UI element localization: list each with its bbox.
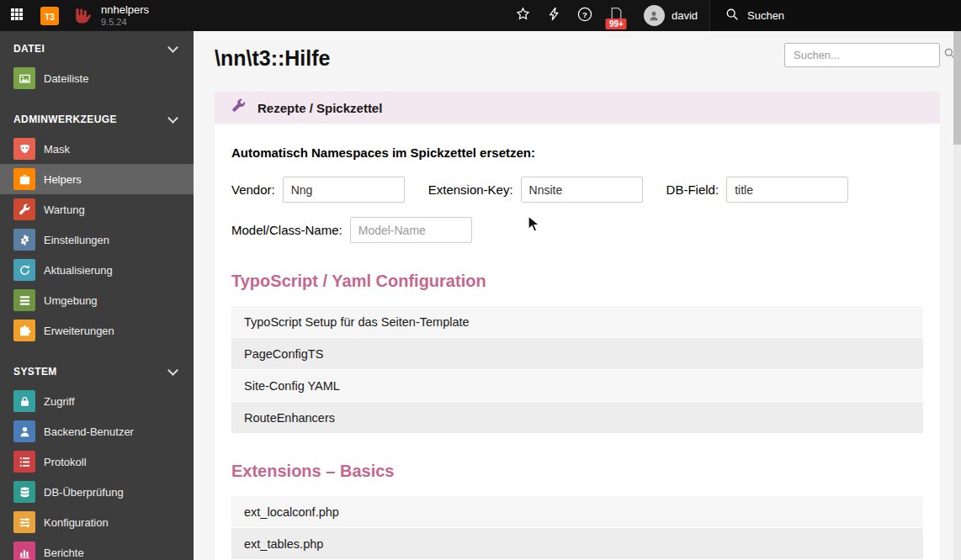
bolt-icon — [548, 7, 560, 24]
sidebar-item-label: Dateiliste — [44, 72, 88, 85]
section-label: ADMINWERKZEUGE — [13, 114, 117, 125]
wrench-icon — [13, 198, 35, 220]
topbar: T3 nnhelpers 9.5.24 ? — [0, 0, 961, 31]
sidebar-item-label: Einstellungen — [44, 234, 109, 246]
mask-icon — [13, 138, 35, 160]
sidebar-item-mask[interactable]: Mask — [0, 134, 194, 164]
extension-key-label: Extension-Key: — [428, 182, 513, 197]
modules-grid-icon — [10, 8, 24, 24]
report-chart-icon — [13, 542, 35, 560]
sidebar-item-label: Wartung — [44, 203, 85, 216]
brand[interactable]: nnhelpers 9.5.24 — [101, 4, 149, 28]
section-label: DATEI — [13, 43, 45, 55]
accordion-item[interactable]: ext_tables.php — [231, 528, 923, 559]
sidebar-item-db-ueberpruefung[interactable]: DB-Überprüfung — [0, 477, 194, 507]
sidebar-item-label: Mask — [44, 143, 70, 156]
sidebar-item-backend-benutzer[interactable]: Backend-Benutzer — [0, 416, 194, 446]
model-class-field-group: Model/Class-Name: — [231, 217, 472, 243]
page-title: \nn\t3::Hilfe — [215, 46, 331, 71]
sidebar-item-label: Backend-Benutzer — [44, 425, 134, 438]
accordion-item[interactable]: Site-Config YAML — [231, 370, 923, 401]
section-heading-extensions-basics: Extensions – Basics — [231, 462, 923, 481]
sidebar-section-header-system[interactable]: SYSTEM — [0, 357, 194, 386]
sidebar-item-einstellungen[interactable]: Einstellungen — [0, 225, 194, 255]
extension-key-field-group: Extension-Key: — [428, 177, 643, 203]
user-icon — [13, 420, 35, 442]
sidebar-item-helpers[interactable]: Helpers — [0, 164, 194, 194]
file-list-icon — [13, 67, 35, 89]
topbar-search[interactable]: Suchen — [709, 0, 961, 31]
module-sidebar: DATEI Dateiliste ADMINWERKZEUGE Mask Hel… — [0, 31, 194, 560]
sidebar-item-label: Helpers — [44, 173, 82, 186]
nnhelpers-logo — [72, 6, 93, 26]
toolbox-icon — [13, 168, 35, 190]
module-menu-button[interactable] — [0, 0, 34, 31]
documents-count-badge: 99+ — [606, 18, 627, 29]
recipes-panel-header[interactable]: Rezepte / Spickzettel — [215, 92, 940, 124]
vendor-field-group: Vendor: — [231, 177, 405, 203]
sidebar-section-datei: DATEI Dateiliste — [0, 34, 194, 93]
panel-header-title: Rezepte / Spickzettel — [258, 101, 382, 115]
clear-cache-button[interactable] — [539, 0, 570, 31]
sidebar-item-berichte[interactable]: Berichte — [0, 537, 194, 560]
accordion-list-extensions: ext_localconf.php ext_tables.php — [231, 496, 923, 559]
model-class-label: Model/Class-Name: — [231, 223, 342, 237]
help-button[interactable]: ? — [570, 0, 601, 31]
accordion-item[interactable]: RouteEnhancers — [231, 402, 923, 433]
sliders-icon — [13, 511, 35, 533]
sidebar-item-protokoll[interactable]: Protokoll — [0, 446, 194, 477]
open-documents-button[interactable]: 99+ — [601, 0, 632, 31]
sidebar-item-label: Umgebung — [44, 294, 98, 307]
sidebar-item-aktualisierung[interactable]: Aktualisierung — [0, 255, 194, 285]
avatar — [644, 5, 665, 26]
search-icon — [725, 8, 739, 24]
help-icon: ? — [577, 7, 592, 25]
lock-icon — [13, 390, 35, 412]
sidebar-item-erweiterungen[interactable]: Erweiterungen — [0, 315, 194, 346]
section-heading-typoscript: TypoScript / Yaml Configuration — [231, 272, 923, 291]
sidebar-item-label: Erweiterungen — [44, 325, 114, 337]
sidebar-item-dateiliste[interactable]: Dateiliste — [0, 63, 194, 93]
gear-icon — [13, 229, 35, 251]
refresh-icon — [13, 259, 35, 281]
sidebar-item-label: Aktualisierung — [44, 264, 113, 277]
puzzle-icon — [13, 320, 35, 341]
brand-version: 9.5.24 — [101, 17, 149, 28]
bookmarks-button[interactable] — [507, 0, 539, 31]
svg-text:?: ? — [583, 9, 588, 18]
db-field-field-group: DB-Field: — [666, 177, 849, 203]
log-icon — [13, 451, 35, 473]
sidebar-item-zugriff[interactable]: Zugriff — [0, 386, 194, 416]
chevron-down-icon — [167, 42, 178, 53]
typo3-logo: T3 — [40, 7, 59, 25]
accordion-item[interactable]: PageConfigTS — [231, 338, 923, 369]
scrollbar-track[interactable] — [953, 31, 961, 560]
accordion-item[interactable]: ext_localconf.php — [231, 496, 923, 527]
sidebar-item-wartung[interactable]: Wartung — [0, 194, 194, 225]
sidebar-item-umgebung[interactable]: Umgebung — [0, 285, 194, 315]
sidebar-item-label: Berichte — [44, 547, 84, 559]
sidebar-item-label: DB-Überprüfung — [44, 486, 124, 499]
help-search-input[interactable] — [792, 48, 943, 62]
sidebar-section-header-adminwerkzeuge[interactable]: ADMINWERKZEUGE — [0, 105, 194, 134]
sidebar-section-adminwerkzeuge: ADMINWERKZEUGE Mask Helpers Wartung E — [0, 105, 194, 346]
accordion-item[interactable]: TypoScript Setup für das Seiten-Template — [231, 306, 923, 337]
model-class-input[interactable] — [350, 217, 472, 243]
sidebar-section-header-datei[interactable]: DATEI — [0, 34, 194, 63]
sidebar-item-konfiguration[interactable]: Konfiguration — [0, 507, 194, 537]
form-title: Automatisch Namespaces im Spickzettel er… — [231, 145, 923, 160]
chevron-down-icon — [167, 365, 178, 376]
scrollbar-thumb[interactable] — [953, 31, 961, 145]
db-field-label: DB-Field: — [666, 182, 719, 197]
username: david — [672, 9, 698, 22]
extension-key-input[interactable] — [521, 177, 643, 203]
vendor-input[interactable] — [283, 177, 405, 203]
topbar-search-label: Suchen — [747, 9, 784, 22]
recipes-panel-body: Automatisch Namespaces im Spickzettel er… — [215, 124, 940, 560]
user-menu[interactable]: david — [632, 0, 709, 31]
vendor-label: Vendor: — [231, 182, 275, 197]
db-field-input[interactable] — [726, 177, 848, 203]
sidebar-item-label: Zugriff — [44, 395, 75, 408]
wrench-icon — [231, 98, 247, 117]
sidebar-section-system: SYSTEM Zugriff Backend-Benutzer Protokol… — [0, 357, 194, 560]
